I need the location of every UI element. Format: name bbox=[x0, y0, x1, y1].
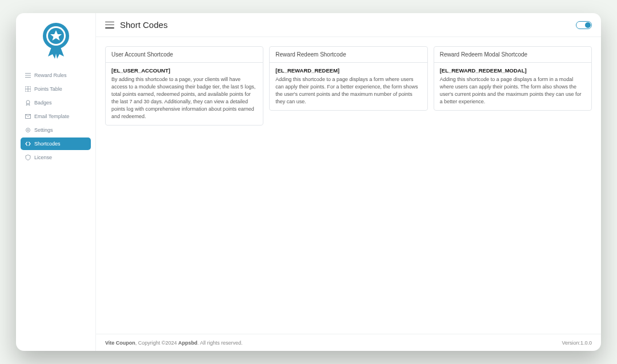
sidebar-item-reward-rules[interactable]: Reward Rules bbox=[21, 69, 91, 82]
app-window: Reward Rules Points Table Badges Email T… bbox=[16, 13, 601, 351]
code-icon bbox=[25, 141, 31, 147]
card-body: [EL_USER_ACCOUNT] By adding this shortco… bbox=[106, 63, 263, 125]
sidebar-item-label: Email Template bbox=[34, 114, 69, 119]
list-icon bbox=[25, 72, 31, 78]
sidebar-item-settings[interactable]: Settings bbox=[21, 124, 91, 136]
footer-left: Vite Coupon, Copyright ©2024 Appsbd. All… bbox=[105, 340, 243, 346]
shortcode-card-user-account: User Account Shortcode [EL_USER_ACCOUNT]… bbox=[105, 46, 263, 126]
shield-icon bbox=[25, 155, 31, 160]
shortcode-description: Adding this shortcode to a page displays… bbox=[440, 76, 586, 106]
topbar: Short Codes bbox=[96, 13, 601, 37]
shortcode-card-reward-redeem-modal: Reward Redeem Modal Shortcode [EL_REWARD… bbox=[434, 46, 592, 111]
page-title: Short Codes bbox=[120, 20, 167, 30]
sidebar-item-label: Shortcodes bbox=[34, 141, 61, 147]
footer: Vite Coupon, Copyright ©2024 Appsbd. All… bbox=[96, 334, 601, 351]
shortcode-value: [EL_USER_ACCOUNT] bbox=[111, 67, 257, 74]
card-title: Reward Redeem Shortcode bbox=[270, 47, 427, 63]
footer-product: Vite Coupon bbox=[105, 340, 135, 346]
sidebar-item-points-table[interactable]: Points Table bbox=[21, 83, 91, 95]
card-title: User Account Shortcode bbox=[106, 47, 263, 63]
shortcode-value: [EL_REWARD_REDEEM] bbox=[275, 67, 421, 74]
shortcode-description: By adding this shortcode to a page, your… bbox=[111, 76, 257, 120]
theme-toggle[interactable] bbox=[576, 21, 592, 29]
shortcode-value: [EL_REWARD_REDEEM_MODAL] bbox=[440, 67, 586, 74]
svg-point-14 bbox=[27, 130, 29, 131]
footer-company: Appsbd bbox=[178, 340, 198, 346]
card-title: Reward Redeem Modal Shortcode bbox=[434, 47, 591, 63]
card-body: [EL_REWARD_REDEEM] Adding this shortcode… bbox=[270, 63, 427, 110]
sidebar-item-license[interactable]: License bbox=[21, 151, 91, 164]
sidebar-item-email-template[interactable]: Email Template bbox=[21, 110, 91, 123]
sidebar-item-badges[interactable]: Badges bbox=[21, 96, 91, 109]
sidebar-item-label: License bbox=[34, 155, 52, 160]
gear-icon bbox=[25, 127, 31, 133]
table-icon bbox=[25, 86, 31, 92]
menu-icon[interactable] bbox=[105, 22, 114, 29]
main: Short Codes User Account Shortcode [EL_U… bbox=[96, 13, 601, 351]
content: User Account Shortcode [EL_USER_ACCOUNT]… bbox=[96, 37, 601, 334]
mail-icon bbox=[25, 114, 31, 119]
card-body: [EL_REWARD_REDEEM_MODAL] Adding this sho… bbox=[434, 63, 591, 110]
app-logo bbox=[39, 20, 73, 60]
footer-rights: . All rights reserved. bbox=[198, 340, 243, 346]
svg-rect-7 bbox=[25, 77, 31, 78]
footer-right: Version:1.0.0 bbox=[562, 340, 592, 346]
sidebar: Reward Rules Points Table Badges Email T… bbox=[16, 13, 96, 351]
footer-version-label: Version: bbox=[562, 340, 580, 346]
sidebar-nav: Reward Rules Points Table Badges Email T… bbox=[16, 68, 95, 165]
shortcode-card-reward-redeem: Reward Redeem Shortcode [EL_REWARD_REDEE… bbox=[269, 46, 427, 111]
sidebar-item-label: Points Table bbox=[34, 86, 62, 92]
sidebar-item-label: Reward Rules bbox=[34, 72, 67, 78]
topbar-left: Short Codes bbox=[105, 20, 167, 30]
shortcode-description: Adding this shortcode to a page displays… bbox=[275, 76, 421, 106]
svg-rect-5 bbox=[25, 73, 31, 74]
svg-rect-6 bbox=[25, 75, 31, 76]
badge-icon bbox=[25, 100, 31, 106]
sidebar-item-shortcodes[interactable]: Shortcodes bbox=[21, 137, 91, 150]
footer-version: 1.0.0 bbox=[580, 340, 592, 346]
footer-copyright: , Copyright ©2024 bbox=[135, 340, 178, 346]
sidebar-item-label: Settings bbox=[34, 127, 53, 133]
sidebar-item-label: Badges bbox=[34, 100, 52, 106]
